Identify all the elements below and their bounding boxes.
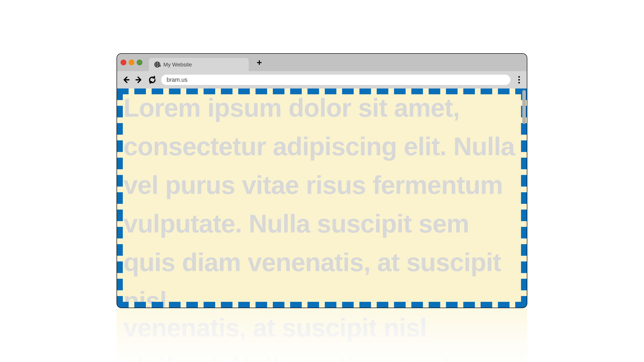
tab-strip: My Website +	[117, 54, 527, 71]
browser-window: My Website + bram.us Lorem ipsum dolo	[116, 53, 527, 308]
address-bar[interactable]: bram.us	[161, 75, 510, 85]
new-tab-button[interactable]: +	[254, 58, 264, 67]
back-button[interactable]	[120, 74, 132, 86]
window-controls	[120, 59, 142, 65]
globe-icon	[154, 61, 161, 68]
page-overflow-text: venenatis, at suscipit nisl eleifend. Nu…	[116, 309, 527, 362]
fullscreen-window-button[interactable]	[137, 59, 142, 65]
page-body-text: Lorem ipsum dolor sit amet, consectetur …	[124, 88, 524, 308]
tab-title: My Website	[163, 61, 192, 68]
toolbar: bram.us	[117, 71, 527, 88]
address-text: bram.us	[166, 76, 188, 83]
reload-button[interactable]	[146, 74, 158, 86]
browser-menu-button[interactable]	[514, 74, 524, 86]
close-window-button[interactable]	[120, 59, 126, 65]
minimize-window-button[interactable]	[128, 59, 134, 65]
forward-button[interactable]	[133, 74, 145, 86]
page-viewport: Lorem ipsum dolor sit amet, consectetur …	[117, 88, 527, 308]
browser-tab[interactable]: My Website	[149, 58, 249, 71]
scrollbar-thumb[interactable]	[522, 90, 526, 124]
